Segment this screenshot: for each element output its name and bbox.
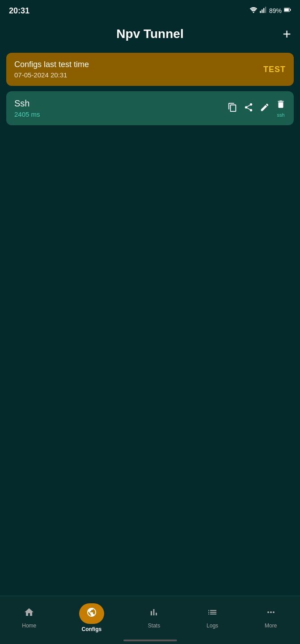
more-icon xyxy=(266,607,276,620)
edit-icon xyxy=(260,102,270,114)
copy-icon xyxy=(228,102,237,114)
status-icons: 89% xyxy=(249,7,291,15)
wifi-icon xyxy=(249,7,258,15)
delete-config-button[interactable]: ssh xyxy=(276,99,286,118)
svg-rect-1 xyxy=(260,11,261,13)
bottom-navigation: Home Configs Stats xyxy=(0,596,300,644)
ssh-action-buttons: ssh xyxy=(228,99,286,118)
logs-label: Logs xyxy=(207,623,218,629)
ssh-latency: 2405 ms xyxy=(14,110,40,118)
share-icon xyxy=(244,102,254,114)
edit-config-button[interactable] xyxy=(260,102,270,114)
stats-icon xyxy=(148,607,159,620)
configs-icon xyxy=(86,607,97,620)
svg-rect-7 xyxy=(284,8,289,11)
delete-label: ssh xyxy=(277,112,284,118)
svg-rect-3 xyxy=(263,8,264,13)
stats-icon-wrapper xyxy=(148,607,159,620)
logs-icon xyxy=(207,607,218,620)
svg-rect-4 xyxy=(265,7,266,13)
configs-label: Configs xyxy=(82,626,102,632)
ssh-info: Ssh 2405 ms xyxy=(14,98,40,118)
nav-item-configs[interactable]: Configs xyxy=(72,601,111,635)
config-test-info: Configs last test time 07-05-2024 20:31 xyxy=(14,60,89,79)
nav-item-logs[interactable]: Logs xyxy=(197,604,228,631)
more-icon-wrapper xyxy=(266,607,276,620)
more-label: More xyxy=(265,623,277,629)
battery-icon xyxy=(284,7,291,15)
copy-config-button[interactable] xyxy=(228,102,237,114)
svg-rect-6 xyxy=(290,9,291,11)
status-time: 20:31 xyxy=(9,6,30,16)
configs-icon-wrapper xyxy=(79,603,104,624)
ssh-config-card: Ssh 2405 ms xyxy=(6,91,294,125)
share-config-button[interactable] xyxy=(244,102,254,114)
nav-item-stats[interactable]: Stats xyxy=(138,604,169,631)
status-bar: 20:31 89% xyxy=(0,0,300,20)
app-header: Npv Tunnel + xyxy=(0,20,300,48)
config-test-card: Configs last test time 07-05-2024 20:31 … xyxy=(6,53,294,86)
delete-icon xyxy=(276,99,286,111)
main-content: Configs last test time 07-05-2024 20:31 … xyxy=(0,48,300,135)
battery-percentage: 89% xyxy=(269,7,282,14)
stats-label: Stats xyxy=(148,623,160,629)
bottom-indicator xyxy=(123,640,177,641)
svg-point-10 xyxy=(273,611,275,613)
ssh-config-name: Ssh xyxy=(14,98,40,109)
config-test-title: Configs last test time xyxy=(14,60,89,69)
svg-point-9 xyxy=(270,611,272,613)
svg-rect-2 xyxy=(262,9,262,13)
logs-icon-wrapper xyxy=(207,607,218,620)
svg-point-0 xyxy=(253,12,254,13)
nav-item-home[interactable]: Home xyxy=(13,604,45,631)
signal-icon xyxy=(260,7,267,15)
nav-item-more[interactable]: More xyxy=(255,604,287,631)
home-icon xyxy=(24,607,34,620)
test-button[interactable]: TEST xyxy=(263,65,286,74)
add-config-button[interactable]: + xyxy=(283,27,291,41)
config-test-date: 07-05-2024 20:31 xyxy=(14,71,89,79)
home-icon-wrapper xyxy=(24,607,34,620)
home-label: Home xyxy=(22,623,36,629)
svg-point-8 xyxy=(267,611,269,613)
page-title: Npv Tunnel xyxy=(116,27,183,41)
